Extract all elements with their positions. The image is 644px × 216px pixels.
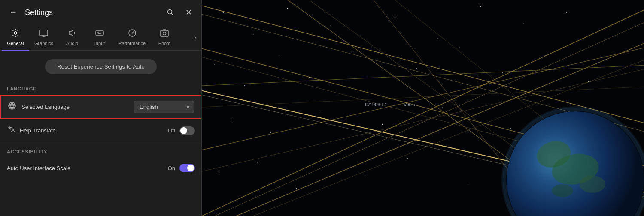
- toggle-thumb: [180, 127, 187, 134]
- svg-point-29: [214, 64, 215, 65]
- search-button[interactable]: [164, 6, 177, 19]
- svg-point-40: [231, 120, 232, 120]
- tab-performance-label: Performance: [118, 41, 146, 46]
- reset-button[interactable]: Reset Experience Settings to Auto: [45, 59, 157, 74]
- svg-point-30: [244, 85, 245, 86]
- tab-general-label: General: [7, 41, 24, 46]
- help-translate-row: Help Translate Off: [0, 119, 202, 142]
- graphics-icon: [39, 28, 49, 39]
- svg-point-41: [270, 132, 271, 133]
- tab-audio-label: Audio: [66, 41, 78, 46]
- close-button[interactable]: ✕: [182, 6, 195, 19]
- svg-rect-14: [161, 30, 168, 36]
- panel-content: Reset Experience Settings to Auto LANGUA…: [0, 51, 202, 216]
- reset-section: Reset Experience Settings to Auto: [0, 51, 202, 83]
- search-icon: [167, 9, 174, 16]
- svg-point-21: [287, 8, 288, 9]
- svg-point-78: [552, 184, 573, 197]
- auto-ui-scale-label: Auto User Interface Scale: [7, 165, 168, 171]
- selected-language-label: Selected Language: [21, 104, 134, 110]
- divider: [0, 144, 202, 144]
- globe-icon: [8, 102, 16, 112]
- tab-performance[interactable]: Performance: [113, 25, 151, 50]
- tabs-chevron-icon[interactable]: ›: [191, 34, 200, 41]
- translate-icon: [7, 125, 15, 136]
- general-icon: [11, 28, 20, 39]
- accessibility-section-label: ACCESSIBILITY: [0, 146, 202, 158]
- svg-point-2: [14, 32, 17, 34]
- svg-rect-7: [96, 31, 103, 35]
- header: ← Settings ✕: [0, 0, 202, 25]
- back-button[interactable]: ←: [7, 6, 20, 19]
- svg-point-47: [219, 171, 219, 172]
- photo-icon: [160, 28, 169, 39]
- svg-point-39: [631, 64, 631, 64]
- language-row: Selected Language English Español França…: [0, 95, 202, 119]
- auto-ui-scale-row: Auto User Interface Scale On: [0, 158, 202, 178]
- svg-point-38: [588, 81, 589, 82]
- svg-point-19: [223, 12, 224, 13]
- svg-point-44: [442, 107, 443, 108]
- auto-ui-scale-status: On: [168, 165, 175, 171]
- svg-point-36: [502, 72, 503, 73]
- svg-point-35: [459, 47, 459, 47]
- svg-point-22: [330, 25, 331, 26]
- svg-point-28: [609, 30, 610, 30]
- svg-rect-3: [40, 30, 48, 36]
- svg-point-34: [416, 68, 417, 69]
- language-select[interactable]: English Español Français Deutsch 日本語 中文: [134, 101, 194, 113]
- svg-point-45: [510, 128, 511, 129]
- svg-point-51: [407, 158, 408, 159]
- svg-line-1: [172, 14, 173, 15]
- tab-photo-label: Photo: [158, 41, 171, 46]
- language-select-wrapper: English Español Français Deutsch 日本語 中文 …: [134, 101, 194, 113]
- auto-ui-scale-toggle[interactable]: [179, 164, 195, 172]
- svg-point-25: [480, 6, 481, 7]
- performance-icon: [128, 28, 137, 39]
- orbital-lines-svg: C/1906 E1 Vesta: [202, 0, 644, 216]
- c1906-label: C/1906 E1: [365, 102, 387, 107]
- language-section-label: LANGUAGE: [0, 83, 202, 95]
- svg-point-24: [437, 38, 438, 39]
- settings-panel: ← Settings ✕ General: [0, 0, 202, 216]
- tab-graphics-label: Graphics: [34, 41, 53, 46]
- tab-input-label: Input: [94, 41, 105, 46]
- audio-icon: [67, 28, 77, 39]
- tab-photo[interactable]: Photo: [151, 25, 178, 50]
- tab-general[interactable]: General: [2, 25, 29, 50]
- svg-point-31: [279, 55, 279, 56]
- toggle-thumb-ui: [187, 165, 194, 171]
- svg-point-42: [322, 111, 322, 111]
- help-translate-text: Help Translate: [20, 127, 56, 134]
- svg-point-26: [523, 23, 524, 24]
- svg-marker-6: [69, 30, 73, 36]
- svg-point-15: [163, 32, 166, 35]
- svg-point-23: [395, 17, 395, 18]
- svg-point-20: [253, 34, 254, 35]
- settings-title: Settings: [25, 8, 159, 17]
- svg-point-13: [131, 33, 133, 34]
- svg-point-33: [352, 51, 352, 52]
- input-icon: [95, 28, 104, 39]
- svg-point-48: [257, 162, 258, 163]
- tab-graphics[interactable]: Graphics: [29, 25, 58, 50]
- tab-bar: General Graphics Audio: [0, 25, 202, 51]
- auto-ui-scale-text: Auto User Interface Scale: [7, 165, 70, 171]
- tab-audio[interactable]: Audio: [58, 25, 86, 50]
- vesta-label: Vesta: [404, 102, 416, 107]
- help-translate-label: Help Translate: [7, 125, 168, 136]
- svg-point-52: [468, 184, 468, 184]
- svg-point-49: [296, 188, 297, 189]
- svg-point-77: [580, 176, 605, 193]
- space-visualization: C/1906 E1 Vesta: [202, 0, 644, 216]
- svg-point-43: [382, 124, 383, 125]
- tab-input[interactable]: Input: [86, 25, 113, 50]
- help-translate-toggle[interactable]: [179, 126, 195, 135]
- svg-point-50: [365, 175, 365, 176]
- help-translate-status: Off: [168, 127, 175, 134]
- svg-point-27: [566, 12, 567, 13]
